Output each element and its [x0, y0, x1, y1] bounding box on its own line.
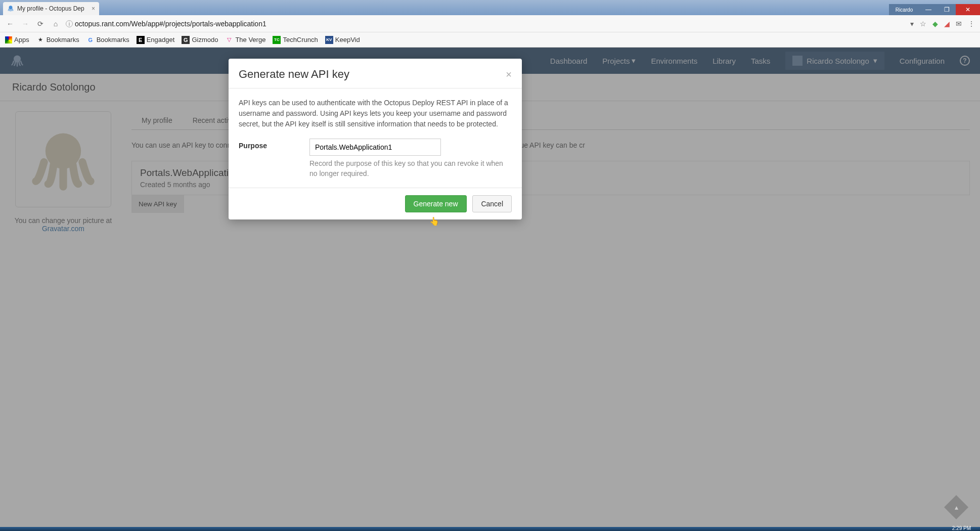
browser-tab[interactable]: My profile - Octopus Dep × [3, 2, 99, 15]
bookmark-item[interactable]: KVKeepVid [325, 36, 360, 44]
window-minimize-button[interactable]: — [919, 4, 938, 15]
octopus-icon [7, 5, 14, 13]
menu-icon[interactable]: ⋮ [968, 20, 975, 28]
tab-close-icon[interactable]: × [92, 5, 95, 12]
back-icon[interactable]: ← [5, 20, 15, 28]
engadget-icon: E [137, 36, 145, 44]
purpose-input[interactable] [309, 139, 441, 156]
purpose-label: Purpose [239, 139, 299, 179]
windows-user-badge: Ricardo [889, 4, 919, 15]
bookmark-page-icon[interactable]: ▾ [910, 20, 914, 28]
star-icon[interactable]: ☆ [920, 20, 926, 28]
window-maximize-button[interactable]: ❐ [938, 4, 956, 15]
window-close-button[interactable]: ✕ [956, 4, 980, 15]
bookmark-item[interactable]: EEngadget [137, 36, 175, 44]
bookmarks-bar: Apps ★Bookmarks GBookmarks EEngadget GGi… [0, 32, 980, 48]
keepvid-icon: KV [325, 36, 333, 44]
tab-title: My profile - Octopus Dep [17, 5, 84, 12]
extension-icon[interactable]: ◆ [932, 20, 938, 28]
generate-api-key-modal: Generate new API key × API keys can be u… [229, 59, 522, 219]
taskbar [0, 527, 980, 531]
modal-description: API keys can be used to authenticate wit… [239, 98, 512, 129]
generate-new-button[interactable]: Generate new [405, 195, 467, 212]
taskbar-clock: 2:29 PM [952, 525, 971, 531]
modal-title: Generate new API key [239, 68, 349, 81]
star-icon: ★ [36, 36, 44, 44]
cancel-button[interactable]: Cancel [472, 195, 512, 212]
reload-icon[interactable]: ⟳ [35, 20, 46, 28]
close-icon[interactable]: × [506, 69, 512, 80]
cursor-icon: 👆 [429, 216, 439, 226]
address-bar[interactable]: i octopus.rant.com/Web/app#/projects/por… [66, 20, 905, 28]
home-icon[interactable]: ⌂ [51, 20, 61, 28]
forward-icon: → [20, 20, 30, 28]
gizmodo-icon: G [182, 36, 190, 44]
bookmark-item[interactable]: GBookmarks [86, 36, 129, 44]
google-icon: G [86, 36, 95, 44]
verge-icon: ▽ [225, 36, 233, 44]
info-icon[interactable]: i [66, 20, 73, 27]
purpose-hint: Record the purpose of this key so that y… [309, 159, 512, 179]
url-text: octopus.rant.com/Web/app#/projects/porta… [75, 20, 266, 28]
techcrunch-icon: TC [273, 36, 281, 44]
bookmark-item[interactable]: ▽The Verge [225, 36, 265, 44]
mail-icon[interactable]: ✉ [956, 20, 962, 28]
bookmark-item[interactable]: GGizmodo [182, 36, 218, 44]
bookmark-item[interactable]: ★Bookmarks [36, 36, 79, 44]
apps-icon [5, 36, 12, 43]
svg-point-0 [9, 6, 13, 9]
extension2-icon[interactable]: ◢ [944, 20, 950, 28]
bookmark-item[interactable]: TCTechCrunch [273, 36, 318, 44]
bookmark-apps[interactable]: Apps [5, 36, 29, 43]
